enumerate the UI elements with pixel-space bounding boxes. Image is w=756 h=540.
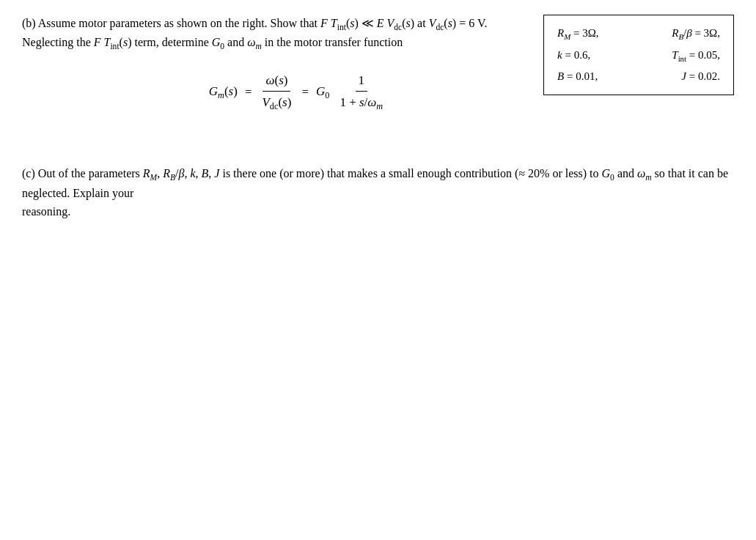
param-RB: RB/β = 3Ω, <box>672 23 720 45</box>
eq-equals-2: = <box>301 83 309 102</box>
param-RM: RM = 3Ω, <box>557 23 599 45</box>
param-k: k = 0.6, <box>557 45 590 67</box>
frac2-numerator: 1 <box>356 71 368 92</box>
params-row-2: k = 0.6, Tint = 0.05, <box>557 45 720 67</box>
eq-equals-1: = <box>245 83 252 102</box>
param-Tint: Tint = 0.05, <box>672 45 720 67</box>
part-b-text: (b) Assume motor parameters as shown on … <box>22 15 529 121</box>
part-c-paragraph: (c) Out of the parameters RM, RB/β, k, B… <box>22 165 734 221</box>
page-content: (b) Assume motor parameters as shown on … <box>22 15 734 221</box>
eq-frac1: ω(s) Vdc(s) <box>259 71 294 114</box>
eq-frac2: 1 1 + s/ωm <box>337 71 386 114</box>
param-B: B = 0.01, <box>557 66 598 87</box>
frac1-numerator: ω(s) <box>263 71 290 92</box>
eq-lhs: Gm(s) <box>209 82 238 103</box>
transfer-function-equation: Gm(s) = ω(s) Vdc(s) = G0 <box>66 71 529 114</box>
frac1-denominator: Vdc(s) <box>259 92 294 114</box>
part-b-section: (b) Assume motor parameters as shown on … <box>22 15 734 121</box>
param-J: J = 0.02. <box>681 66 720 87</box>
params-row-3: B = 0.01, J = 0.02. <box>557 66 720 87</box>
eq-G0: G0 <box>316 82 329 103</box>
parameters-box: RM = 3Ω, RB/β = 3Ω, k = 0.6, Tint = 0.05… <box>543 15 734 95</box>
frac2-denominator: 1 + s/ωm <box>337 92 386 114</box>
part-c-section: (c) Out of the parameters RM, RB/β, k, B… <box>22 165 734 221</box>
params-row-1: RM = 3Ω, RB/β = 3Ω, <box>557 23 720 45</box>
part-b-paragraph: (b) Assume motor parameters as shown on … <box>22 15 529 53</box>
